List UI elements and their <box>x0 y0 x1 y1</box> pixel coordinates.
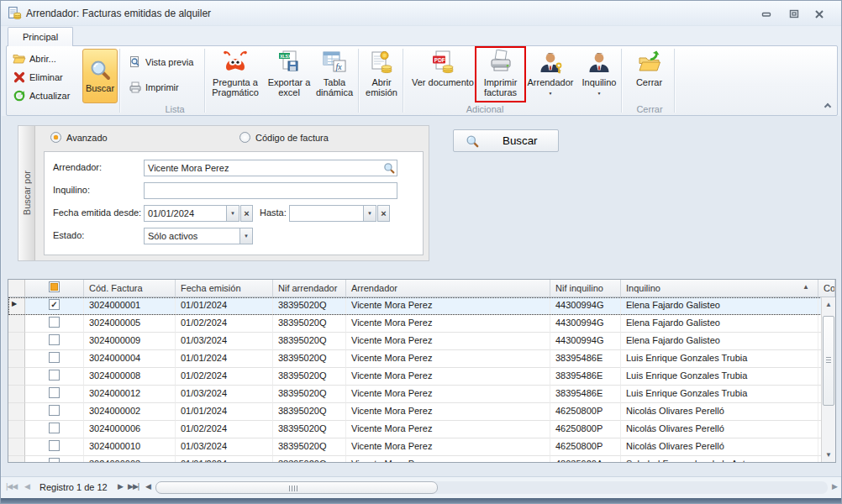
row-checkbox[interactable] <box>25 421 84 438</box>
ribbon-collapse-icon[interactable] <box>822 102 834 112</box>
lookup-search-icon[interactable] <box>382 160 397 176</box>
search-button[interactable]: Buscar <box>453 129 559 152</box>
nav-first-icon[interactable]: |◀◀ <box>6 482 17 491</box>
table-row[interactable]: ▶✓302400000101/01/202438395020QVicente M… <box>8 297 835 315</box>
table-row[interactable]: 302400001001/03/202438395020QVicente Mor… <box>8 438 835 456</box>
open-emission-button[interactable]: Abrir emisión <box>359 48 404 103</box>
cell-cod: 3024000008 <box>84 368 176 386</box>
horizontal-scrollbar[interactable] <box>155 481 828 494</box>
vertical-scrollbar-thumb[interactable] <box>823 316 834 406</box>
radio-dot-icon <box>239 132 250 143</box>
landlord-field[interactable]: Vicente Mora Perez <box>144 160 397 176</box>
delete-button[interactable]: Eliminar <box>10 69 66 86</box>
checkbox-icon: ✓ <box>49 299 60 310</box>
pivot-table-button[interactable]: fx Tabla dinámica <box>313 48 356 103</box>
row-checkbox[interactable] <box>25 438 84 456</box>
table-row[interactable]: 302400000201/01/202438395020QVicente Mor… <box>8 403 835 421</box>
checkbox-icon <box>49 440 60 451</box>
column-header-co[interactable]: Co <box>818 280 835 297</box>
close-view-button[interactable]: Cerrar <box>627 48 671 103</box>
table-row[interactable]: 302400000501/02/202438395020QVicente Mor… <box>8 315 835 333</box>
row-checkbox[interactable] <box>25 333 84 350</box>
view-document-button[interactable]: PDF Ver documento <box>410 48 476 103</box>
row-checkbox[interactable] <box>25 386 84 403</box>
radio-codigo-factura[interactable]: Código de factura <box>239 132 329 143</box>
date-to-field[interactable]: ▼ <box>289 205 376 222</box>
cell-nif_a: 38395020Q <box>273 297 346 315</box>
table-row[interactable]: 302400001201/03/202438395020QVicente Mor… <box>8 386 835 403</box>
print-button[interactable]: Imprimir <box>126 79 182 96</box>
row-indicator <box>8 368 25 386</box>
ask-pragmatico-button[interactable]: Pregunta a Pragmático <box>207 48 264 103</box>
date-from-dropdown-icon[interactable]: ▼ <box>226 206 239 221</box>
row-checkbox[interactable] <box>25 368 84 386</box>
tab-principal[interactable]: Principal <box>8 27 73 46</box>
column-header-nif-inquilino[interactable]: Nif inquilino <box>550 280 621 297</box>
restore-icon[interactable] <box>785 8 803 21</box>
cell-cod: 3024000005 <box>84 315 176 333</box>
cell-cod: 3024000009 <box>84 333 176 350</box>
search-panel-side-tab[interactable]: Buscar por <box>18 126 35 260</box>
date-to-dropdown-icon[interactable]: ▼ <box>363 206 376 221</box>
cell-cod: 3024000001 <box>84 297 176 315</box>
printer-icon <box>129 81 142 94</box>
cell-inq: Nicolás Olivares Perelló <box>621 421 818 438</box>
column-header-fecha-emision[interactable]: Fecha emisión <box>176 280 273 297</box>
nav-prev-icon[interactable]: ◀ <box>24 482 29 491</box>
tenant-menu-button[interactable]: Inquilino ▼ <box>578 48 620 103</box>
row-checkbox[interactable] <box>25 315 84 333</box>
table-row[interactable]: 302400000301/01/202438395020QVicente Mor… <box>8 456 835 462</box>
column-header-inquilino[interactable]: ▲Inquilino <box>621 280 818 297</box>
scroll-up-icon[interactable]: ▲ <box>822 297 835 312</box>
nav-next-icon[interactable]: ▶ <box>118 482 123 491</box>
cell-nif_i: 48035920A <box>550 456 621 462</box>
date-to-clear-icon[interactable]: × <box>377 205 390 222</box>
checkbox-icon <box>49 387 60 398</box>
column-header-cod-factura[interactable]: Cód. Factura <box>84 280 176 297</box>
scroll-down-icon[interactable]: ▼ <box>822 448 835 462</box>
radio-codigo-label: Código de factura <box>255 133 329 143</box>
vertical-scrollbar[interactable]: ▲ ▼ <box>821 297 835 462</box>
date-from-field[interactable]: 01/01/2024 ▼ <box>144 205 239 222</box>
app-icon <box>8 6 22 20</box>
preview-button[interactable]: Vista previa <box>126 54 196 71</box>
status-dropdown[interactable]: Sólo activos ▼ <box>144 228 253 244</box>
table-row[interactable]: 302400000401/01/202438395020QVicente Mor… <box>8 350 835 368</box>
select-all-checkbox[interactable] <box>25 280 84 297</box>
row-checkbox[interactable]: ✓ <box>25 297 84 315</box>
print-invoices-label: Imprimir facturas <box>477 77 524 97</box>
ribbon-separator <box>621 49 622 113</box>
landlord-menu-button[interactable]: Arrendador ▼ <box>526 48 575 103</box>
row-checkbox[interactable] <box>25 350 84 368</box>
horizontal-scrollbar-thumb[interactable] <box>155 481 438 494</box>
minimize-icon[interactable] <box>757 8 776 21</box>
cell-arr: Vicente Mora Perez <box>346 438 550 456</box>
thumb-grip <box>289 486 290 491</box>
print-invoices-button[interactable]: Imprimir facturas <box>477 48 524 103</box>
refresh-label: Actualizar <box>29 91 70 101</box>
table-row[interactable]: 302400000601/02/202438395020QVicente Mor… <box>8 421 835 438</box>
column-header-arrendador[interactable]: Arrendador <box>346 280 550 297</box>
radio-avanzado[interactable]: Avanzado <box>50 132 108 143</box>
row-checkbox[interactable] <box>25 403 84 421</box>
hscroll-left-icon[interactable]: ◀ <box>145 482 150 491</box>
table-row[interactable]: 302400000801/02/202438395020QVicente Mor… <box>8 368 835 386</box>
tenant-field[interactable] <box>144 182 397 199</box>
row-indicator: ▶ <box>8 297 25 315</box>
search-toggle-button[interactable]: Buscar <box>82 49 118 103</box>
close-icon[interactable] <box>810 8 829 21</box>
row-checkbox[interactable] <box>25 456 84 462</box>
svg-text:PDF: PDF <box>434 57 445 63</box>
column-header-nif-arrendador[interactable]: Nif arrendador <box>273 280 346 297</box>
refresh-button[interactable]: Actualizar <box>10 87 72 104</box>
cell-fecha: 01/01/2024 <box>176 350 273 368</box>
status-dropdown-icon[interactable]: ▼ <box>239 228 252 244</box>
open-button[interactable]: Abrir... <box>10 50 59 67</box>
table-row[interactable]: 302400000901/03/202438395020QVicente Mor… <box>8 333 835 350</box>
nav-last-icon[interactable]: ▶▶| <box>128 482 139 491</box>
export-excel-button[interactable]: XLSX Exportar a excel <box>267 48 311 103</box>
hscroll-right-icon[interactable]: ▶ <box>832 482 837 491</box>
date-from-clear-icon[interactable]: × <box>240 205 253 222</box>
cell-nif_a: 38395020Q <box>273 368 346 386</box>
svg-text:XLSX: XLSX <box>280 54 292 59</box>
